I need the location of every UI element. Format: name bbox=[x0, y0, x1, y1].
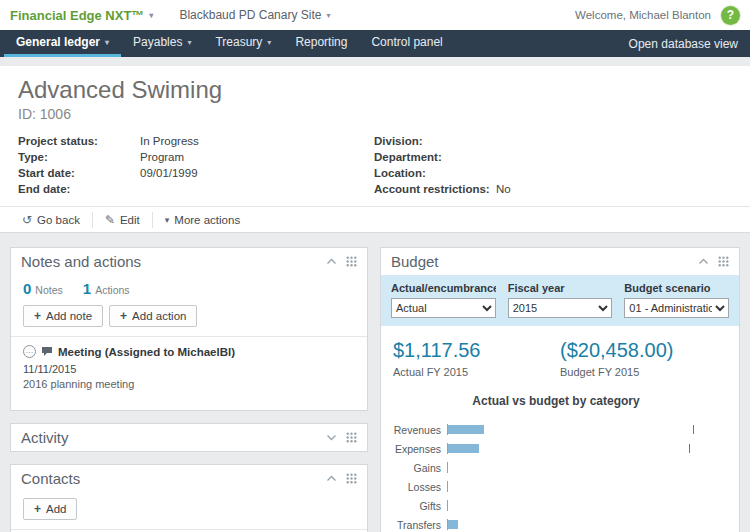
actual-amount-label: Actual FY 2015 bbox=[393, 366, 560, 378]
chart-row: Revenues bbox=[381, 420, 731, 439]
contacts-panel: Contacts +Add Ms. Tracy Lewis President/… bbox=[10, 464, 368, 532]
add-contact-button[interactable]: +Add bbox=[23, 498, 77, 520]
chevron-down-icon: ▾ bbox=[149, 11, 153, 20]
chart-title: Actual vs budget by category bbox=[381, 394, 731, 408]
actions-count: 1 bbox=[83, 280, 91, 297]
grid-menu-icon[interactable] bbox=[346, 256, 357, 267]
caret-down-icon: ▾ bbox=[165, 215, 170, 225]
page-title: Advanced Swiming bbox=[18, 76, 732, 104]
field-value: Program bbox=[140, 149, 184, 165]
actual-amount: $1,117.56 bbox=[393, 339, 560, 362]
brand-menu[interactable]: Financial Edge NXT™ ▾ bbox=[10, 8, 153, 23]
add-action-button[interactable]: +Add action bbox=[109, 305, 197, 327]
open-database-view-link[interactable]: Open database view bbox=[617, 30, 750, 57]
question-mark: ? bbox=[727, 8, 734, 22]
filter-label: Budget scenario bbox=[624, 282, 729, 294]
note-date: 11/11/2015 bbox=[23, 363, 355, 375]
actual-encumbrance-select[interactable]: Actual bbox=[391, 298, 496, 318]
axis-zero-tick bbox=[447, 481, 448, 492]
spacer bbox=[455, 30, 617, 57]
welcome-text: Welcome, Michael Blanton bbox=[575, 9, 711, 21]
brand-label: Financial Edge NXT™ bbox=[10, 8, 144, 23]
chevron-down-icon: ▾ bbox=[187, 38, 191, 47]
field-label: End date: bbox=[18, 181, 140, 197]
collapse-chevron-up-icon[interactable] bbox=[698, 258, 709, 265]
axis-zero-tick bbox=[447, 462, 448, 473]
note-item[interactable]: … Meeting (Assigned to MichaelBl) 11/11/… bbox=[11, 337, 367, 390]
edit-button[interactable]: ✎ Edit bbox=[93, 212, 153, 228]
page-body: Notes and actions 0Notes 1Actions +Add n… bbox=[0, 233, 750, 532]
plus-icon: + bbox=[34, 309, 41, 323]
record-header: Advanced Swiming ID: 1006 Project status… bbox=[0, 66, 750, 233]
grid-menu-icon[interactable] bbox=[346, 473, 357, 484]
top-bar: Financial Edge NXT™ ▾ Blackbaud PD Canar… bbox=[0, 0, 750, 30]
help-icon[interactable]: ? bbox=[721, 6, 740, 25]
chart-row: Gains bbox=[381, 458, 731, 477]
note-title: Meeting (Assigned to MichaelBl) bbox=[58, 346, 235, 358]
go-back-button[interactable]: ↺ Go back bbox=[10, 212, 93, 228]
chevron-down-icon: ▾ bbox=[326, 11, 330, 20]
record-fields: Project status:In ProgressType:ProgramSt… bbox=[18, 133, 732, 197]
actual-bar bbox=[448, 444, 479, 453]
field-label: Project status: bbox=[18, 133, 140, 149]
grid-menu-icon[interactable] bbox=[718, 256, 729, 267]
chart-category-label: Gains bbox=[381, 462, 447, 474]
nav-general-ledger[interactable]: General ledger▾ bbox=[4, 30, 121, 57]
main-nav: General ledger▾ Payables▾ Treasury▾ Repo… bbox=[0, 30, 750, 57]
field-label: Type: bbox=[18, 149, 140, 165]
add-note-button[interactable]: +Add note bbox=[23, 305, 103, 327]
budget-panel-header[interactable]: Budget bbox=[381, 248, 739, 275]
plus-icon: + bbox=[34, 502, 41, 516]
app-window: Financial Edge NXT™ ▾ Blackbaud PD Canar… bbox=[0, 0, 750, 532]
field-label: Account restrictions: bbox=[374, 181, 496, 197]
record-fields-right: Division:Department:Location:Account res… bbox=[374, 133, 730, 197]
grid-menu-icon[interactable] bbox=[346, 432, 357, 443]
site-selector[interactable]: Blackbaud PD Canary Site ▾ bbox=[179, 8, 330, 22]
notes-count: 0 bbox=[23, 280, 31, 297]
budget-summary: $1,117.56 Actual FY 2015 ($20,458.00) Bu… bbox=[381, 326, 739, 380]
chart-row: Expenses bbox=[381, 439, 731, 458]
fiscal-year-select[interactable]: 2015 bbox=[508, 298, 613, 318]
budget-chart: Actual vs budget by category RevenuesExp… bbox=[381, 380, 739, 532]
collapse-chevron-up-icon[interactable] bbox=[326, 475, 337, 482]
plus-icon: + bbox=[120, 309, 127, 323]
chart-plot-area bbox=[447, 443, 695, 454]
record-field-row: Division: bbox=[374, 133, 730, 149]
field-value: In Progress bbox=[140, 133, 199, 149]
chart-category-label: Expenses bbox=[381, 443, 447, 455]
divider bbox=[11, 529, 367, 530]
more-actions-button[interactable]: ▾ More actions bbox=[153, 212, 252, 228]
budget-filter-bar: Actual/encumbrance Actual Fiscal year 20… bbox=[381, 275, 739, 326]
chart-plot-area bbox=[447, 462, 695, 473]
notes-stats: 0Notes 1Actions bbox=[11, 275, 367, 299]
contacts-panel-header[interactable]: Contacts bbox=[11, 465, 367, 492]
nav-control-panel[interactable]: Control panel bbox=[359, 30, 454, 57]
filter-label: Actual/encumbrance bbox=[391, 282, 496, 294]
actual-bar bbox=[448, 520, 458, 529]
record-field-row: Location: bbox=[374, 165, 730, 181]
nav-payables[interactable]: Payables▾ bbox=[121, 30, 203, 57]
record-field-row: Start date:09/01/1999 bbox=[18, 165, 374, 181]
record-action-bar: ↺ Go back ✎ Edit ▾ More actions bbox=[0, 206, 750, 232]
chart-category-label: Losses bbox=[381, 481, 447, 493]
collapse-chevron-up-icon[interactable] bbox=[326, 258, 337, 265]
expand-chevron-down-icon[interactable] bbox=[326, 434, 337, 441]
nav-reporting[interactable]: Reporting bbox=[283, 30, 359, 57]
nav-treasury[interactable]: Treasury▾ bbox=[203, 30, 283, 57]
budget-scenario-select[interactable]: 01 - Administration bbox=[624, 298, 729, 318]
chart-plot-area bbox=[447, 424, 695, 435]
notes-panel-header[interactable]: Notes and actions bbox=[11, 248, 367, 275]
chart-plot-area bbox=[447, 500, 695, 511]
record-field-row: End date: bbox=[18, 181, 374, 197]
activity-panel-header[interactable]: Activity bbox=[11, 424, 367, 451]
field-value: 09/01/1999 bbox=[140, 165, 198, 181]
record-field-row: Type:Program bbox=[18, 149, 374, 165]
budget-marker bbox=[693, 425, 695, 434]
record-id: ID: 1006 bbox=[18, 106, 732, 122]
record-field-row: Department: bbox=[374, 149, 730, 165]
right-column: Budget Actual/encumbrance Actual Fiscal … bbox=[380, 247, 740, 532]
site-name: Blackbaud PD Canary Site bbox=[179, 8, 321, 22]
left-column: Notes and actions 0Notes 1Actions +Add n… bbox=[10, 247, 368, 532]
back-arrow-icon: ↺ bbox=[22, 213, 32, 227]
budget-panel: Budget Actual/encumbrance Actual Fiscal … bbox=[380, 247, 740, 532]
